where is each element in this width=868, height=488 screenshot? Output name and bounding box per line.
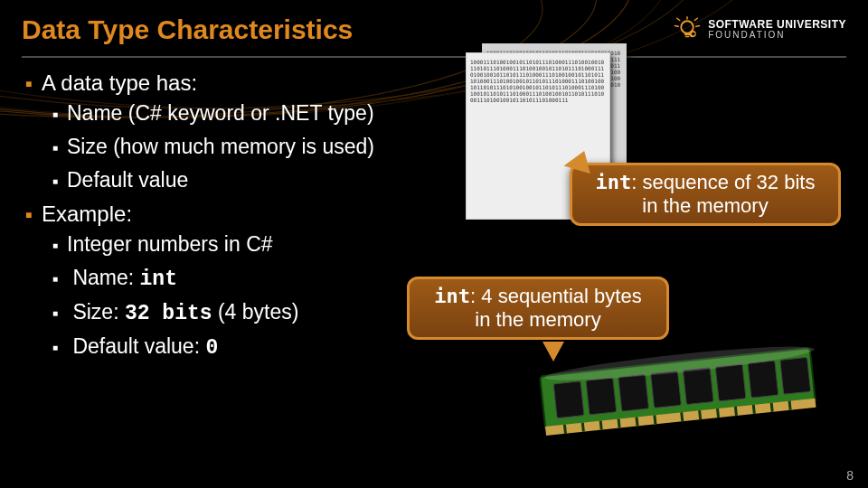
- svg-rect-23: [553, 381, 584, 418]
- svg-rect-28: [715, 364, 746, 401]
- svg-rect-25: [618, 374, 649, 411]
- logo-text-sub: FOUNDATION: [708, 31, 846, 41]
- callout-memory-bits: int: sequence of 32 bits in the memory: [570, 163, 841, 226]
- svg-rect-27: [683, 368, 713, 405]
- ram-stick-graphic: [533, 334, 832, 452]
- callout-b-pointer: [542, 342, 564, 361]
- lightbulb-icon: [674, 16, 701, 43]
- bullet-l2-size: Size (how much memory is used): [52, 135, 843, 159]
- svg-rect-29: [748, 361, 778, 398]
- page-number: 8: [846, 468, 854, 483]
- svg-rect-30: [780, 357, 811, 394]
- logo: SOFTWARE UNIVERSITY FOUNDATION: [674, 16, 846, 43]
- svg-rect-24: [586, 378, 617, 415]
- bullet-l2-intnums: Integer numbers in C#: [52, 232, 843, 257]
- svg-rect-26: [651, 371, 682, 408]
- bullet-l2-name: Name (C# keyword or .NET type): [52, 101, 843, 126]
- callout-memory-bytes: int: 4 sequential bytes in the memory: [407, 277, 669, 340]
- page-title: Data Type Characteristics: [22, 14, 353, 45]
